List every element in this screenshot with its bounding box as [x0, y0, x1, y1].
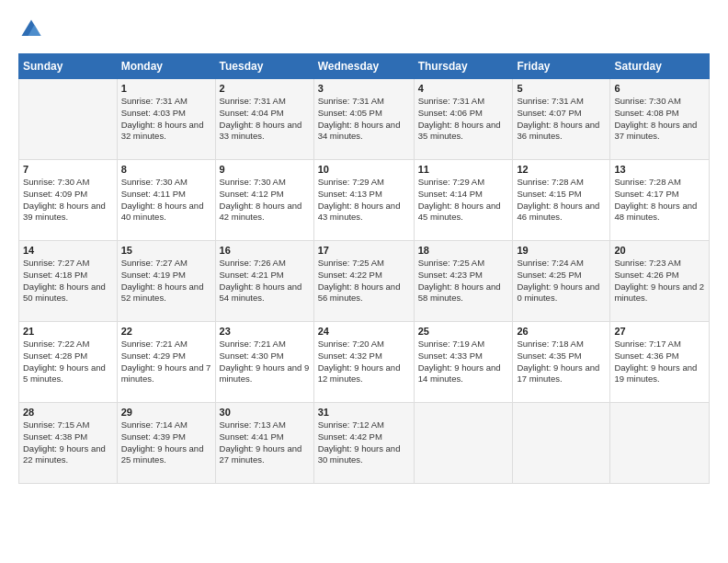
calendar-cell: 14Sunrise: 7:27 AM Sunset: 4:18 PM Dayli… — [19, 241, 118, 322]
calendar-cell: 21Sunrise: 7:22 AM Sunset: 4:28 PM Dayli… — [19, 322, 118, 403]
day-info: Sunrise: 7:20 AM Sunset: 4:32 PM Dayligh… — [318, 339, 410, 385]
day-info: Sunrise: 7:30 AM Sunset: 4:09 PM Dayligh… — [23, 177, 113, 224]
calendar-cell: 27Sunrise: 7:17 AM Sunset: 4:36 PM Dayli… — [610, 322, 710, 403]
weekday-header-monday: Monday — [117, 54, 215, 79]
day-number: 19 — [517, 245, 606, 256]
calendar-cell: 30Sunrise: 7:13 AM Sunset: 4:41 PM Dayli… — [215, 403, 313, 484]
calendar-cell: 11Sunrise: 7:29 AM Sunset: 4:14 PM Dayli… — [414, 160, 513, 241]
weekday-header-saturday: Saturday — [610, 54, 710, 79]
day-info: Sunrise: 7:17 AM Sunset: 4:36 PM Dayligh… — [614, 339, 705, 385]
day-number: 20 — [614, 245, 705, 256]
day-number: 30 — [220, 407, 310, 418]
day-info: Sunrise: 7:30 AM Sunset: 4:08 PM Dayligh… — [614, 96, 705, 143]
calendar-cell: 29Sunrise: 7:14 AM Sunset: 4:39 PM Dayli… — [117, 403, 215, 484]
day-number: 7 — [23, 164, 113, 175]
calendar-cell: 7Sunrise: 7:30 AM Sunset: 4:09 PM Daylig… — [19, 160, 118, 241]
day-info: Sunrise: 7:31 AM Sunset: 4:04 PM Dayligh… — [220, 96, 310, 143]
weekday-header-wednesday: Wednesday — [313, 54, 414, 79]
calendar-cell: 6Sunrise: 7:30 AM Sunset: 4:08 PM Daylig… — [610, 79, 710, 160]
calendar-cell: 5Sunrise: 7:31 AM Sunset: 4:07 PM Daylig… — [513, 79, 610, 160]
day-number: 17 — [318, 245, 410, 256]
calendar-cell: 23Sunrise: 7:21 AM Sunset: 4:30 PM Dayli… — [215, 322, 313, 403]
day-number: 16 — [220, 245, 310, 256]
calendar-cell: 26Sunrise: 7:18 AM Sunset: 4:35 PM Dayli… — [513, 322, 610, 403]
day-number: 12 — [517, 164, 606, 175]
weekday-header-tuesday: Tuesday — [215, 54, 313, 79]
calendar-cell: 31Sunrise: 7:12 AM Sunset: 4:42 PM Dayli… — [313, 403, 414, 484]
day-number: 13 — [614, 164, 705, 175]
day-number: 23 — [220, 326, 310, 337]
calendar-cell: 15Sunrise: 7:27 AM Sunset: 4:19 PM Dayli… — [117, 241, 215, 322]
day-info: Sunrise: 7:22 AM Sunset: 4:28 PM Dayligh… — [23, 339, 113, 385]
weekday-header-sunday: Sunday — [19, 54, 118, 79]
day-info: Sunrise: 7:30 AM Sunset: 4:12 PM Dayligh… — [220, 177, 310, 224]
day-info: Sunrise: 7:31 AM Sunset: 4:03 PM Dayligh… — [121, 96, 211, 143]
page: SundayMondayTuesdayWednesdayThursdayFrid… — [0, 0, 728, 493]
day-number: 21 — [23, 326, 113, 337]
calendar-cell: 16Sunrise: 7:26 AM Sunset: 4:21 PM Dayli… — [215, 241, 313, 322]
day-info: Sunrise: 7:31 AM Sunset: 4:07 PM Dayligh… — [517, 96, 606, 143]
day-info: Sunrise: 7:27 AM Sunset: 4:19 PM Dayligh… — [121, 258, 211, 304]
calendar-cell: 25Sunrise: 7:19 AM Sunset: 4:33 PM Dayli… — [414, 322, 513, 403]
calendar-cell — [414, 403, 513, 484]
day-info: Sunrise: 7:14 AM Sunset: 4:39 PM Dayligh… — [121, 419, 211, 466]
calendar-cell — [610, 403, 710, 484]
day-info: Sunrise: 7:25 AM Sunset: 4:23 PM Dayligh… — [418, 258, 509, 304]
day-number: 27 — [614, 326, 705, 337]
calendar-cell: 17Sunrise: 7:25 AM Sunset: 4:22 PM Dayli… — [313, 241, 414, 322]
weekday-header-friday: Friday — [513, 54, 610, 79]
calendar-cell: 22Sunrise: 7:21 AM Sunset: 4:29 PM Dayli… — [117, 322, 215, 403]
day-info: Sunrise: 7:24 AM Sunset: 4:25 PM Dayligh… — [517, 258, 606, 304]
day-number: 14 — [23, 245, 113, 256]
day-info: Sunrise: 7:25 AM Sunset: 4:22 PM Dayligh… — [318, 258, 410, 304]
calendar-cell: 28Sunrise: 7:15 AM Sunset: 4:38 PM Dayli… — [19, 403, 118, 484]
day-number: 22 — [121, 326, 211, 337]
weekday-header-thursday: Thursday — [414, 54, 513, 79]
calendar-cell: 4Sunrise: 7:31 AM Sunset: 4:06 PM Daylig… — [414, 79, 513, 160]
calendar-week-row: 28Sunrise: 7:15 AM Sunset: 4:38 PM Dayli… — [19, 403, 710, 484]
day-number: 4 — [418, 83, 509, 94]
calendar-table: SundayMondayTuesdayWednesdayThursdayFrid… — [18, 53, 710, 484]
day-info: Sunrise: 7:27 AM Sunset: 4:18 PM Dayligh… — [23, 258, 113, 304]
day-number: 9 — [220, 164, 310, 175]
day-info: Sunrise: 7:21 AM Sunset: 4:29 PM Dayligh… — [121, 339, 211, 385]
day-number: 10 — [318, 164, 410, 175]
calendar-week-row: 1Sunrise: 7:31 AM Sunset: 4:03 PM Daylig… — [19, 79, 710, 160]
day-info: Sunrise: 7:29 AM Sunset: 4:13 PM Dayligh… — [318, 177, 410, 224]
day-number: 6 — [614, 83, 705, 94]
calendar-cell: 10Sunrise: 7:29 AM Sunset: 4:13 PM Dayli… — [313, 160, 414, 241]
calendar-week-row: 7Sunrise: 7:30 AM Sunset: 4:09 PM Daylig… — [19, 160, 710, 241]
calendar-week-row: 14Sunrise: 7:27 AM Sunset: 4:18 PM Dayli… — [19, 241, 710, 322]
day-info: Sunrise: 7:13 AM Sunset: 4:41 PM Dayligh… — [220, 419, 310, 466]
day-number: 8 — [121, 164, 211, 175]
day-number: 15 — [121, 245, 211, 256]
day-info: Sunrise: 7:19 AM Sunset: 4:33 PM Dayligh… — [418, 339, 509, 385]
day-number: 11 — [418, 164, 509, 175]
header — [18, 17, 710, 42]
day-number: 2 — [220, 83, 310, 94]
calendar-cell: 13Sunrise: 7:28 AM Sunset: 4:17 PM Dayli… — [610, 160, 710, 241]
calendar-cell: 3Sunrise: 7:31 AM Sunset: 4:05 PM Daylig… — [313, 79, 414, 160]
day-info: Sunrise: 7:28 AM Sunset: 4:17 PM Dayligh… — [614, 177, 705, 224]
day-number: 26 — [517, 326, 606, 337]
day-info: Sunrise: 7:26 AM Sunset: 4:21 PM Dayligh… — [220, 258, 310, 304]
day-info: Sunrise: 7:29 AM Sunset: 4:14 PM Dayligh… — [418, 177, 509, 224]
calendar-cell: 8Sunrise: 7:30 AM Sunset: 4:11 PM Daylig… — [117, 160, 215, 241]
day-number: 5 — [517, 83, 606, 94]
logo-icon — [18, 17, 44, 42]
calendar-cell: 2Sunrise: 7:31 AM Sunset: 4:04 PM Daylig… — [215, 79, 313, 160]
day-info: Sunrise: 7:12 AM Sunset: 4:42 PM Dayligh… — [318, 419, 410, 466]
calendar-cell — [19, 79, 118, 160]
calendar-cell: 18Sunrise: 7:25 AM Sunset: 4:23 PM Dayli… — [414, 241, 513, 322]
day-info: Sunrise: 7:28 AM Sunset: 4:15 PM Dayligh… — [517, 177, 606, 224]
day-info: Sunrise: 7:31 AM Sunset: 4:06 PM Dayligh… — [418, 96, 509, 143]
day-info: Sunrise: 7:21 AM Sunset: 4:30 PM Dayligh… — [220, 339, 310, 385]
day-number: 1 — [121, 83, 211, 94]
day-number: 25 — [418, 326, 509, 337]
day-number: 18 — [418, 245, 509, 256]
day-info: Sunrise: 7:31 AM Sunset: 4:05 PM Dayligh… — [318, 96, 410, 143]
calendar-cell: 12Sunrise: 7:28 AM Sunset: 4:15 PM Dayli… — [513, 160, 610, 241]
calendar-cell: 24Sunrise: 7:20 AM Sunset: 4:32 PM Dayli… — [313, 322, 414, 403]
calendar-cell: 1Sunrise: 7:31 AM Sunset: 4:03 PM Daylig… — [117, 79, 215, 160]
day-number: 31 — [318, 407, 410, 418]
